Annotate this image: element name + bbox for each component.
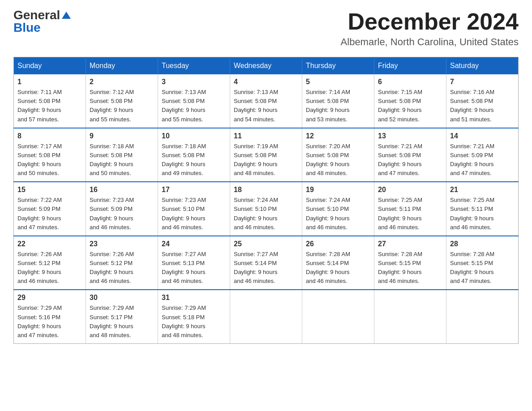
day-number: 29 (17, 294, 82, 302)
calendar-cell: 27 Sunrise: 7:28 AM Sunset: 5:15 PM Dayl… (374, 236, 446, 290)
day-of-week-tuesday: Tuesday (158, 57, 230, 75)
day-info: Sunrise: 7:26 AM Sunset: 5:12 PM Dayligh… (17, 250, 82, 286)
page-header: General Blue December 2024 Albemarle, No… (13, 9, 519, 48)
day-info: Sunrise: 7:23 AM Sunset: 5:09 PM Dayligh… (90, 196, 154, 232)
calendar-cell: 7 Sunrise: 7:16 AM Sunset: 5:08 PM Dayli… (446, 74, 519, 128)
day-number: 22 (17, 240, 82, 248)
day-info: Sunrise: 7:29 AM Sunset: 5:18 PM Dayligh… (162, 304, 226, 340)
day-number: 2 (90, 78, 154, 86)
day-number: 16 (90, 186, 154, 194)
day-number: 28 (450, 240, 515, 248)
day-info: Sunrise: 7:28 AM Sunset: 5:15 PM Dayligh… (378, 250, 442, 286)
calendar-cell: 29 Sunrise: 7:29 AM Sunset: 5:16 PM Dayl… (14, 290, 86, 343)
day-number: 5 (306, 78, 370, 86)
day-number: 18 (234, 186, 298, 194)
month-title: December 2024 (341, 9, 519, 34)
logo-general-text: General (13, 9, 60, 21)
calendar-cell: 4 Sunrise: 7:13 AM Sunset: 5:08 PM Dayli… (230, 74, 302, 128)
day-number: 17 (162, 186, 226, 194)
day-number: 8 (17, 132, 82, 140)
calendar-cell: 18 Sunrise: 7:24 AM Sunset: 5:10 PM Dayl… (230, 182, 302, 236)
calendar-cell: 24 Sunrise: 7:27 AM Sunset: 5:13 PM Dayl… (158, 236, 230, 290)
day-number: 19 (306, 186, 370, 194)
calendar-cell: 21 Sunrise: 7:25 AM Sunset: 5:11 PM Dayl… (446, 182, 519, 236)
calendar-cell: 13 Sunrise: 7:21 AM Sunset: 5:08 PM Dayl… (374, 128, 446, 182)
day-number: 9 (90, 132, 154, 140)
day-info: Sunrise: 7:16 AM Sunset: 5:08 PM Dayligh… (450, 88, 515, 124)
day-info: Sunrise: 7:14 AM Sunset: 5:08 PM Dayligh… (306, 88, 370, 124)
day-number: 7 (450, 78, 515, 86)
calendar-cell: 8 Sunrise: 7:17 AM Sunset: 5:08 PM Dayli… (14, 128, 86, 182)
day-info: Sunrise: 7:13 AM Sunset: 5:08 PM Dayligh… (162, 88, 226, 124)
calendar-cell (374, 290, 446, 343)
calendar-cell: 12 Sunrise: 7:20 AM Sunset: 5:08 PM Dayl… (302, 128, 374, 182)
day-info: Sunrise: 7:15 AM Sunset: 5:08 PM Dayligh… (378, 88, 442, 124)
calendar-week-row: 22 Sunrise: 7:26 AM Sunset: 5:12 PM Dayl… (14, 236, 519, 290)
day-number: 20 (378, 186, 442, 194)
day-number: 24 (162, 240, 226, 248)
day-info: Sunrise: 7:23 AM Sunset: 5:10 PM Dayligh… (162, 196, 226, 232)
day-number: 27 (378, 240, 442, 248)
calendar-cell: 3 Sunrise: 7:13 AM Sunset: 5:08 PM Dayli… (158, 74, 230, 128)
day-info: Sunrise: 7:28 AM Sunset: 5:14 PM Dayligh… (306, 250, 370, 286)
calendar-cell: 10 Sunrise: 7:18 AM Sunset: 5:08 PM Dayl… (158, 128, 230, 182)
day-number: 10 (162, 132, 226, 140)
day-number: 12 (306, 132, 370, 140)
calendar-cell: 6 Sunrise: 7:15 AM Sunset: 5:08 PM Dayli… (374, 74, 446, 128)
calendar-cell: 2 Sunrise: 7:12 AM Sunset: 5:08 PM Dayli… (86, 74, 158, 128)
calendar-cell: 16 Sunrise: 7:23 AM Sunset: 5:09 PM Dayl… (86, 182, 158, 236)
calendar-cell: 11 Sunrise: 7:19 AM Sunset: 5:08 PM Dayl… (230, 128, 302, 182)
day-number: 23 (90, 240, 154, 248)
calendar-cell (446, 290, 519, 343)
day-info: Sunrise: 7:26 AM Sunset: 5:12 PM Dayligh… (90, 250, 154, 286)
title-section: December 2024 Albemarle, North Carolina,… (341, 9, 519, 48)
day-info: Sunrise: 7:27 AM Sunset: 5:14 PM Dayligh… (234, 250, 298, 286)
day-number: 30 (90, 294, 154, 302)
day-of-week-sunday: Sunday (14, 57, 86, 75)
calendar-cell: 5 Sunrise: 7:14 AM Sunset: 5:08 PM Dayli… (302, 74, 374, 128)
day-number: 3 (162, 78, 226, 86)
day-info: Sunrise: 7:21 AM Sunset: 5:09 PM Dayligh… (450, 142, 515, 178)
day-info: Sunrise: 7:25 AM Sunset: 5:11 PM Dayligh… (450, 196, 515, 232)
day-info: Sunrise: 7:18 AM Sunset: 5:08 PM Dayligh… (90, 142, 154, 178)
calendar-cell: 19 Sunrise: 7:24 AM Sunset: 5:10 PM Dayl… (302, 182, 374, 236)
day-info: Sunrise: 7:24 AM Sunset: 5:10 PM Dayligh… (234, 196, 298, 232)
calendar-cell: 23 Sunrise: 7:26 AM Sunset: 5:12 PM Dayl… (86, 236, 158, 290)
day-info: Sunrise: 7:21 AM Sunset: 5:08 PM Dayligh… (378, 142, 442, 178)
day-number: 21 (450, 186, 515, 194)
day-of-week-saturday: Saturday (446, 57, 519, 75)
calendar-cell: 31 Sunrise: 7:29 AM Sunset: 5:18 PM Dayl… (158, 290, 230, 343)
calendar-week-row: 8 Sunrise: 7:17 AM Sunset: 5:08 PM Dayli… (14, 128, 519, 182)
day-number: 13 (378, 132, 442, 140)
location-title: Albemarle, North Carolina, United States (341, 36, 519, 48)
calendar-week-row: 29 Sunrise: 7:29 AM Sunset: 5:16 PM Dayl… (14, 290, 519, 343)
day-info: Sunrise: 7:12 AM Sunset: 5:08 PM Dayligh… (90, 88, 154, 124)
day-info: Sunrise: 7:27 AM Sunset: 5:13 PM Dayligh… (162, 250, 226, 286)
day-number: 1 (17, 78, 82, 86)
calendar-cell: 14 Sunrise: 7:21 AM Sunset: 5:09 PM Dayl… (446, 128, 519, 182)
day-number: 11 (234, 132, 298, 140)
calendar-week-row: 15 Sunrise: 7:22 AM Sunset: 5:09 PM Dayl… (14, 182, 519, 236)
day-info: Sunrise: 7:22 AM Sunset: 5:09 PM Dayligh… (17, 196, 82, 232)
calendar-cell: 15 Sunrise: 7:22 AM Sunset: 5:09 PM Dayl… (14, 182, 86, 236)
logo-blue-text: Blue (13, 21, 41, 34)
day-info: Sunrise: 7:17 AM Sunset: 5:08 PM Dayligh… (17, 142, 82, 178)
calendar-cell: 25 Sunrise: 7:27 AM Sunset: 5:14 PM Dayl… (230, 236, 302, 290)
day-info: Sunrise: 7:20 AM Sunset: 5:08 PM Dayligh… (306, 142, 370, 178)
calendar-cell: 20 Sunrise: 7:25 AM Sunset: 5:11 PM Dayl… (374, 182, 446, 236)
logo-triangle-icon (62, 12, 71, 19)
calendar-cell: 9 Sunrise: 7:18 AM Sunset: 5:08 PM Dayli… (86, 128, 158, 182)
day-number: 26 (306, 240, 370, 248)
calendar-cell (302, 290, 374, 343)
calendar-cell: 26 Sunrise: 7:28 AM Sunset: 5:14 PM Dayl… (302, 236, 374, 290)
calendar-table: SundayMondayTuesdayWednesdayThursdayFrid… (13, 57, 519, 344)
day-info: Sunrise: 7:24 AM Sunset: 5:10 PM Dayligh… (306, 196, 370, 232)
day-info: Sunrise: 7:11 AM Sunset: 5:08 PM Dayligh… (17, 88, 82, 124)
calendar-cell: 22 Sunrise: 7:26 AM Sunset: 5:12 PM Dayl… (14, 236, 86, 290)
day-of-week-wednesday: Wednesday (230, 57, 302, 75)
day-number: 6 (378, 78, 442, 86)
logo: General Blue (13, 9, 71, 34)
day-info: Sunrise: 7:28 AM Sunset: 5:15 PM Dayligh… (450, 250, 515, 286)
day-info: Sunrise: 7:29 AM Sunset: 5:16 PM Dayligh… (17, 304, 82, 340)
day-info: Sunrise: 7:18 AM Sunset: 5:08 PM Dayligh… (162, 142, 226, 178)
